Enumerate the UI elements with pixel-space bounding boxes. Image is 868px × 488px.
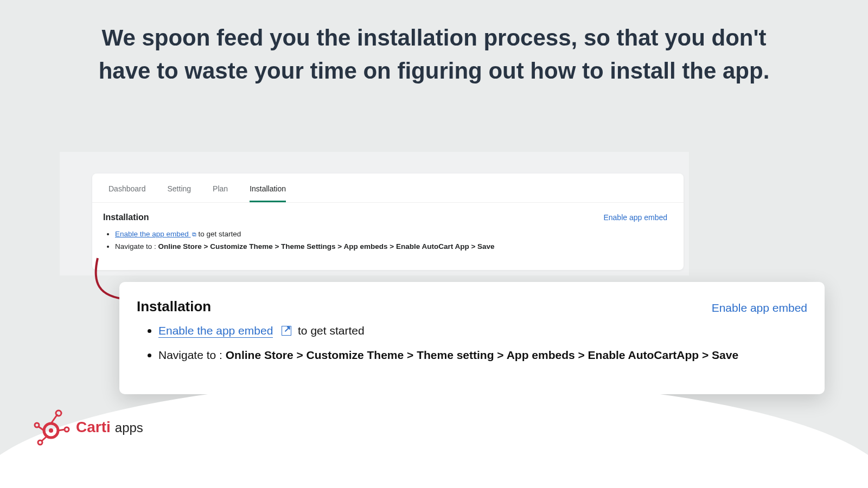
install-steps-small: Enable the app embed ⧉ to get started Na… (103, 230, 667, 251)
tab-plan[interactable]: Plan (213, 184, 228, 202)
page-headline: We spoon feed you the installation proce… (0, 22, 868, 88)
external-link-icon: ⧉ (192, 231, 196, 238)
svg-point-9 (65, 427, 69, 432)
navigate-prefix-large: Navigate to : (158, 349, 226, 361)
step-enable-small: Enable the app embed ⧉ to get started (115, 230, 667, 238)
brand-sub: apps (115, 420, 143, 435)
panel-small: Dashboard Setting Plan Installation Inst… (60, 152, 689, 275)
installation-card-large: Installation Enable app embed Enable the… (119, 282, 825, 394)
external-link-icon (282, 326, 291, 336)
card-body-small: Installation Enable app embed Enable the… (92, 203, 684, 270)
enable-embed-link-large[interactable]: Enable app embed (712, 301, 807, 314)
navigate-prefix-small: Navigate to : (115, 242, 158, 251)
install-steps-large: Enable the app embed to get started Navi… (137, 324, 807, 362)
enable-embed-link-small[interactable]: Enable app embed (603, 213, 667, 222)
tabs-bar: Dashboard Setting Plan Installation (92, 174, 684, 203)
section-heading-small: Installation (103, 213, 149, 222)
step-enable-suffix-large: to get started (298, 324, 365, 337)
step-navigate-small: Navigate to : Online Store > Customize T… (115, 242, 667, 251)
brand-mark-icon (34, 408, 73, 447)
brand-text: Carti apps (76, 419, 143, 436)
svg-point-1 (49, 428, 53, 433)
step-enable-large: Enable the app embed to get started (158, 324, 807, 337)
svg-point-7 (38, 440, 42, 445)
tab-setting[interactable]: Setting (168, 184, 192, 202)
section-heading-large: Installation (137, 298, 211, 315)
enable-embed-inline-link-large[interactable]: Enable the app embed (158, 324, 273, 338)
svg-point-3 (56, 410, 61, 416)
svg-point-5 (35, 423, 39, 427)
enable-embed-inline-link-small[interactable]: Enable the app embed (115, 230, 191, 238)
brand-name: Carti (76, 419, 111, 436)
tab-installation[interactable]: Installation (250, 184, 286, 202)
navigate-path-large: Online Store > Customize Theme > Theme s… (226, 349, 738, 361)
tab-dashboard[interactable]: Dashboard (108, 184, 146, 202)
installation-card-small: Dashboard Setting Plan Installation Inst… (92, 174, 684, 270)
navigate-path-small: Online Store > Customize Theme > Theme S… (158, 242, 495, 251)
brand-logo: Carti apps (34, 408, 143, 447)
step-enable-suffix-small: to get started (198, 230, 241, 238)
step-navigate-large: Navigate to : Online Store > Customize T… (158, 348, 807, 362)
